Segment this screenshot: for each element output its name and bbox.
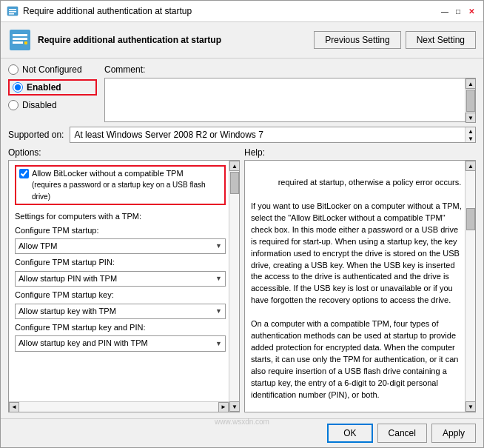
tpm-checkbox-text: Allow BitLocker without a compatible TPM… — [32, 168, 221, 202]
options-panel: Options: Allow BitLocker without a compa… — [8, 147, 240, 412]
svg-rect-7 — [13, 41, 23, 44]
title-bar-controls: — □ ✕ — [439, 5, 477, 17]
help-label: Help: — [244, 147, 476, 158]
pin-label: Configure TPM startup PIN: — [15, 257, 226, 268]
next-setting-button[interactable]: Next Setting — [406, 31, 476, 49]
options-vscrollbar[interactable]: ▲ ▼ — [229, 161, 239, 412]
svg-rect-8 — [24, 41, 27, 44]
pin-dropdown[interactable]: Allow startup PIN with TPM ▼ — [15, 271, 226, 287]
top-section: Not Configured Enabled Disabled Comment:… — [8, 64, 476, 122]
configure-tpm-arrow: ▼ — [215, 241, 222, 251]
svg-rect-1 — [9, 9, 16, 10]
not-configured-label: Not Configured — [22, 64, 82, 75]
supported-scroll-down[interactable]: ▼ — [465, 135, 476, 142]
configure-tpm-dropdown[interactable]: Allow TPM ▼ — [15, 238, 226, 254]
close-button[interactable]: ✕ — [465, 5, 477, 17]
key-pin-arrow: ▼ — [215, 339, 222, 349]
disabled-label: Disabled — [22, 100, 57, 110]
dialog: Require additional authentication at sta… — [0, 0, 484, 448]
help-inner: required at startup, otherwise a policy … — [245, 161, 475, 412]
help-panel: Help: required at startup, otherwise a p… — [244, 147, 476, 412]
supported-scroll-up[interactable]: ▲ — [465, 127, 476, 135]
key-pin-label: Configure TPM startup key and PIN: — [15, 322, 226, 333]
scroll-thumb[interactable] — [466, 90, 475, 112]
key-pin-dropdown[interactable]: Allow startup key and PIN with TPM ▼ — [15, 335, 226, 351]
svg-rect-2 — [9, 11, 16, 13]
minimize-button[interactable]: — — [439, 5, 451, 17]
tpm-settings-group: Settings for computers with a TPM: Confi… — [15, 211, 226, 352]
not-configured-radio[interactable] — [8, 64, 19, 75]
scroll-down-btn[interactable]: ▼ — [465, 113, 476, 123]
supported-row: Supported on: At least Windows Server 20… — [8, 127, 476, 143]
tpm-checkbox[interactable] — [19, 169, 29, 178]
title-bar: Require additional authentication at sta… — [1, 1, 483, 22]
apply-button[interactable]: Apply — [431, 424, 476, 443]
header-area: Require additional authentication at sta… — [1, 22, 483, 58]
previous-setting-button[interactable]: Previous Setting — [314, 31, 400, 49]
svg-rect-5 — [13, 34, 27, 36]
main-content: Not Configured Enabled Disabled Comment:… — [1, 58, 483, 418]
configure-tpm-label: Configure TPM startup: — [15, 225, 226, 236]
options-hscroll-track — [19, 402, 218, 412]
ok-button[interactable]: OK — [327, 424, 372, 443]
tpm-group-label: Settings for computers with a TPM: — [15, 211, 226, 222]
disabled-option[interactable]: Disabled — [8, 100, 97, 110]
options-hscroll-right[interactable]: ► — [218, 402, 229, 412]
options-scroll-track — [229, 171, 239, 401]
help-scroll-down[interactable]: ▼ — [465, 401, 476, 412]
options-inner: Allow BitLocker without a compatible TPM… — [9, 161, 239, 412]
comment-scrollbar[interactable]: ▲ ▼ — [465, 78, 475, 121]
supported-value: At least Windows Server 2008 R2 or Windo… — [70, 127, 476, 143]
policy-icon — [8, 28, 32, 52]
key-label: Configure TPM startup key: — [15, 290, 226, 301]
supported-label: Supported on: — [8, 130, 64, 140]
cancel-button[interactable]: Cancel — [377, 424, 427, 443]
pin-arrow: ▼ — [215, 274, 222, 284]
help-scroll-thumb[interactable] — [466, 208, 475, 230]
radio-group: Not Configured Enabled Disabled — [8, 64, 97, 122]
title-bar-text: Require additional authentication at sta… — [23, 6, 434, 16]
key-dropdown[interactable]: Allow startup key with TPM ▼ — [15, 304, 226, 319]
enabled-option[interactable]: Enabled — [8, 79, 97, 96]
scroll-track — [465, 89, 475, 113]
help-vscrollbar[interactable]: ▲ ▼ — [465, 161, 475, 412]
tpm-checkbox-group: Allow BitLocker without a compatible TPM… — [15, 165, 226, 205]
help-scroll-track — [465, 171, 475, 401]
options-hscroll-left[interactable]: ◄ — [9, 402, 19, 412]
options-scroll-thumb[interactable] — [230, 172, 239, 194]
not-configured-option[interactable]: Not Configured — [8, 64, 97, 75]
scroll-up-btn[interactable]: ▲ — [465, 78, 476, 89]
key-arrow: ▼ — [215, 307, 222, 316]
watermark: www.wsxdn.com — [215, 418, 269, 418]
svg-rect-6 — [13, 38, 27, 40]
options-content: Allow BitLocker without a compatible TPM… — [8, 160, 240, 412]
maximize-button[interactable]: □ — [452, 5, 464, 17]
panels: Options: Allow BitLocker without a compa… — [8, 147, 476, 412]
options-scroll-up[interactable]: ▲ — [229, 161, 240, 171]
dialog-icon — [7, 5, 19, 17]
comment-label: Comment: — [104, 64, 476, 75]
options-hscrollbar[interactable]: ◄ ► — [9, 401, 229, 412]
help-scroll-up[interactable]: ▲ — [465, 161, 476, 171]
enabled-radio[interactable] — [13, 82, 23, 93]
help-content: required at startup, otherwise a policy … — [244, 160, 476, 412]
header-buttons: Previous Setting Next Setting — [314, 31, 476, 49]
comment-section: Comment: ▲ ▼ — [104, 64, 476, 122]
options-scroll-down[interactable]: ▼ — [229, 401, 240, 412]
options-label: Options: — [8, 147, 240, 158]
svg-rect-3 — [9, 13, 14, 15]
disabled-radio[interactable] — [8, 100, 19, 110]
header-title: Require additional authentication at sta… — [38, 35, 308, 45]
enabled-label: Enabled — [27, 82, 61, 93]
